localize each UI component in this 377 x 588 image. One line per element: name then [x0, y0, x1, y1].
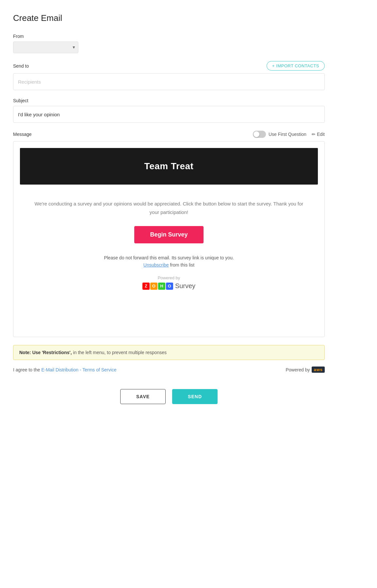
from-label: From [13, 34, 325, 39]
from-list-text-value: from this list [170, 262, 195, 268]
message-preview: Team Treat We're conducting a survey and… [13, 141, 325, 337]
from-select-wrapper: ▼ [13, 41, 78, 53]
email-banner-title: Team Treat [26, 161, 311, 172]
zoho-o1-letter: O [150, 283, 157, 290]
zoho-o2-letter: O [166, 283, 173, 290]
subject-label: Subject [13, 98, 325, 103]
toggle-wrapper: Use First Question [253, 131, 306, 138]
email-body-text: We're conducting a survey and your opini… [33, 200, 305, 216]
note-box: Note: Use 'Restrictions', in the left me… [13, 345, 325, 360]
terms-of-service-link[interactable]: E-Mail Distribution - Terms of Service [41, 367, 116, 372]
send-button[interactable]: SEND [172, 389, 218, 404]
email-unsubscribe-line: Unsubscribe from this list [33, 262, 305, 268]
pencil-icon: ✏ [312, 132, 316, 137]
toggle-knob [254, 131, 259, 137]
use-first-question-toggle[interactable] [253, 131, 266, 138]
zoho-survey-text: Survey [175, 282, 195, 290]
terms-row: I agree to the E-Mail Distribution - Ter… [13, 367, 325, 373]
aws-powered-label: Powered by [286, 367, 310, 372]
terms-text: I agree to the E-Mail Distribution - Ter… [13, 367, 116, 372]
message-controls: Use First Question ✏ Edit [253, 131, 325, 138]
save-button[interactable]: SAVE [120, 389, 166, 404]
terms-prefix: I agree to the [13, 367, 41, 372]
import-contacts-button[interactable]: + IMPORT CONTACTS [267, 61, 325, 71]
powered-by-label: Powered by [33, 275, 305, 280]
zoho-survey-logo: Z O H O Survey [33, 282, 305, 290]
send-to-field-group: Send to + IMPORT CONTACTS [13, 61, 325, 90]
email-body: We're conducting a survey and your opini… [20, 196, 318, 293]
note-bold-text: Use 'Restrictions', [32, 350, 72, 355]
powered-by-aws: Powered by aws [286, 367, 325, 373]
subject-input[interactable] [13, 106, 325, 123]
note-prefix: Note: [19, 350, 31, 355]
powered-by-section: Powered by Z O H O Survey [33, 275, 305, 290]
begin-survey-button[interactable]: Begin Survey [134, 226, 203, 243]
message-label: Message [13, 132, 32, 137]
edit-button[interactable]: ✏ Edit [312, 132, 325, 137]
action-buttons: SAVE SEND [13, 386, 325, 404]
from-select[interactable] [13, 41, 78, 53]
email-banner: Team Treat [20, 148, 318, 185]
subject-field-group: Subject [13, 98, 325, 123]
email-footer-text: Please do not forward this email. Its su… [33, 255, 305, 260]
message-field-group: Message Use First Question ✏ Edit Team T… [13, 131, 325, 337]
zoho-z-letter: Z [142, 283, 150, 290]
send-to-label: Send to [13, 63, 29, 69]
toggle-label: Use First Question [269, 132, 306, 137]
recipients-input[interactable] [13, 73, 325, 90]
note-rest-text: in the left menu, to prevent multiple re… [73, 350, 167, 355]
page-title: Create Email [13, 13, 325, 23]
send-to-header: Send to + IMPORT CONTACTS [13, 61, 325, 71]
aws-logo: aws [312, 367, 325, 373]
edit-label: Edit [317, 132, 325, 137]
zoho-h-letter: H [158, 283, 165, 290]
from-field-group: From ▼ [13, 34, 325, 53]
message-header: Message Use First Question ✏ Edit [13, 131, 325, 138]
unsubscribe-link[interactable]: Unsubscribe [143, 262, 169, 268]
